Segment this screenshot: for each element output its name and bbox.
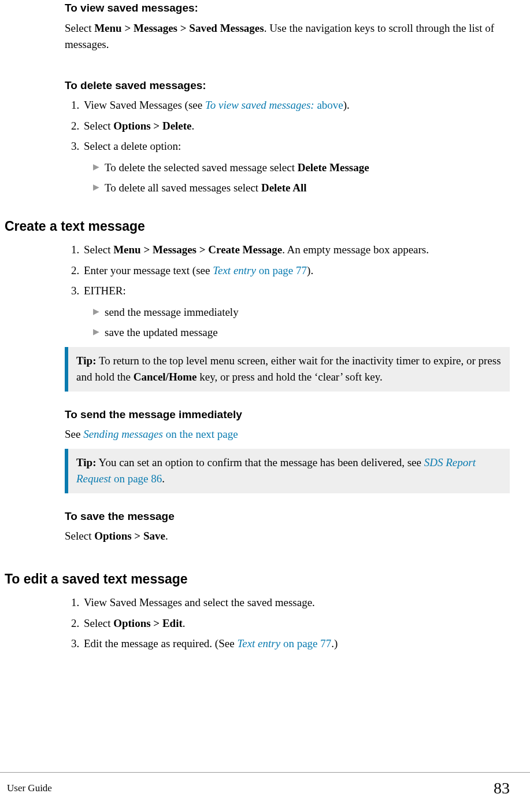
text: save the updated message xyxy=(105,324,218,341)
text: View Saved Messages (see xyxy=(84,99,205,111)
heading-delete-saved: To delete saved messages: xyxy=(65,77,510,94)
list-item: ▶ To delete all saved messages select De… xyxy=(93,180,510,197)
menu-path: Menu > Messages > Create Message xyxy=(113,243,282,256)
sublist: ▶ send the message immediately ▶ save th… xyxy=(93,304,510,341)
tip-label: Tip: xyxy=(76,355,97,367)
text: .) xyxy=(331,637,338,649)
tip-callout: Tip: You can set an option to confirm th… xyxy=(65,449,510,493)
text: . xyxy=(192,120,195,132)
sublist: ▶ To delete the selected saved message s… xyxy=(93,160,510,197)
link-suffix[interactable]: on the next page xyxy=(163,428,238,440)
text: View Saved Messages and select the saved… xyxy=(84,596,315,608)
list-item: ▶ save the updated message xyxy=(93,324,510,341)
triangle-bullet-icon: ▶ xyxy=(93,160,105,176)
triangle-bullet-icon: ▶ xyxy=(93,304,105,321)
menu-path: Options > Delete xyxy=(113,120,191,132)
link-sending-messages[interactable]: Sending messages xyxy=(83,428,163,440)
heading-save-message: To save the message xyxy=(65,508,510,525)
text: EITHER: xyxy=(84,285,126,297)
tip-callout: Tip: To return to the top level menu scr… xyxy=(65,347,510,392)
text: Select xyxy=(84,120,113,132)
text: To delete all saved messages select Dele… xyxy=(105,180,307,197)
page-number: 83 xyxy=(494,776,510,800)
text: . xyxy=(165,530,168,542)
list-item: View Saved Messages (see To view saved m… xyxy=(82,97,510,114)
link-suffix[interactable]: on page 77 xyxy=(256,264,307,276)
list-item: EITHER: ▶ send the message immediately ▶… xyxy=(82,283,510,341)
text: ). xyxy=(343,99,350,111)
text: . An empty message box appears. xyxy=(282,243,429,256)
text: send the message immediately xyxy=(105,304,239,321)
list-item: View Saved Messages and select the saved… xyxy=(82,595,510,611)
para-view-saved: Select Menu > Messages > Saved Messages.… xyxy=(65,20,510,53)
heading-send-immediately: To send the message immediately xyxy=(65,407,510,423)
text: Edit the message as required. (See xyxy=(84,637,237,649)
para-save-message: Select Options > Save. xyxy=(65,528,510,545)
heading-edit-saved: To edit a saved text message xyxy=(5,569,510,589)
link-suffix[interactable]: above xyxy=(314,99,343,111)
menu-path: Options > Save xyxy=(94,530,165,542)
link-suffix[interactable]: on page 86 xyxy=(111,473,162,485)
steps-edit-saved: View Saved Messages and select the saved… xyxy=(65,595,510,652)
list-item: Select Options > Edit. xyxy=(82,615,510,632)
list-item: Select a delete option: ▶ To delete the … xyxy=(82,138,510,197)
triangle-bullet-icon: ▶ xyxy=(93,180,105,197)
text: key, or press and hold the ‘clear’ soft … xyxy=(197,371,382,383)
para-send-immediately: See Sending messages on the next page xyxy=(65,426,510,443)
link-text-entry[interactable]: Text entry xyxy=(213,264,256,276)
list-item: ▶ send the message immediately xyxy=(93,304,510,321)
menu-path: Menu > Messages > Saved Messages xyxy=(94,22,264,34)
page-footer: User Guide 83 xyxy=(0,772,530,800)
text: Select xyxy=(65,530,94,542)
text: ). xyxy=(307,264,313,276)
steps-create: Select Menu > Messages > Create Message.… xyxy=(65,242,510,341)
text: Select xyxy=(84,243,113,256)
list-item: Select Options > Delete. xyxy=(82,118,510,135)
list-item: ▶ To delete the selected saved message s… xyxy=(93,160,510,176)
text: . xyxy=(162,473,165,485)
list-item: Edit the message as required. (See Text … xyxy=(82,636,510,652)
heading-view-saved: To view saved messages: xyxy=(65,0,510,17)
list-item: Enter your message text (see Text entry … xyxy=(82,263,510,279)
key-name: Cancel/Home xyxy=(134,371,197,383)
text: To delete the selected saved message sel… xyxy=(105,160,369,176)
menu-path: Options > Edit xyxy=(113,617,183,629)
option-bold: Delete All xyxy=(261,182,307,194)
text: See xyxy=(65,428,83,440)
text: . xyxy=(183,617,186,629)
link-suffix[interactable]: on page 77 xyxy=(280,637,331,649)
text: Enter your message text (see xyxy=(84,264,213,276)
text: You can set an option to confirm that th… xyxy=(97,456,424,468)
list-item: Select Menu > Messages > Create Message.… xyxy=(82,242,510,259)
tip-label: Tip: xyxy=(76,456,97,468)
text: Select xyxy=(84,617,113,629)
link-text-entry[interactable]: Text entry xyxy=(237,637,280,649)
link-view-saved[interactable]: To view saved messages: xyxy=(205,99,314,111)
text: Select xyxy=(65,22,94,34)
triangle-bullet-icon: ▶ xyxy=(93,324,105,341)
steps-delete-saved: View Saved Messages (see To view saved m… xyxy=(65,97,510,197)
footer-title: User Guide xyxy=(7,781,52,796)
page-content: To view saved messages: Select Menu > Me… xyxy=(0,0,510,652)
heading-create-text-message: Create a text message xyxy=(5,216,510,237)
option-bold: Delete Message xyxy=(298,161,369,174)
text: Select a delete option: xyxy=(84,140,181,152)
